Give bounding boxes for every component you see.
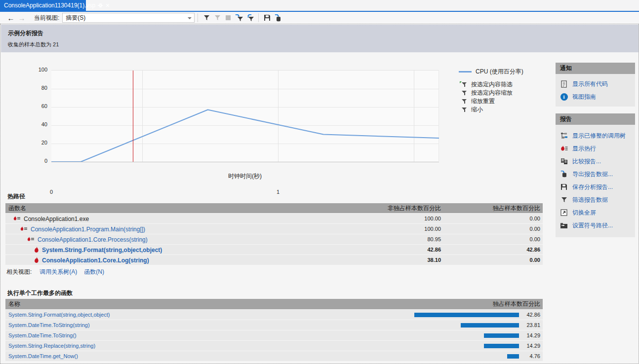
compare-documents-icon	[560, 157, 568, 165]
show-hot-lines-link[interactable]: 显示热行	[556, 142, 635, 155]
function-link[interactable]: System.DateTime.ToString(string)	[8, 320, 90, 330]
compare-reports-link[interactable]: 比较报告...	[556, 155, 635, 168]
summary-view: 示例分析报告 收集的样本总数为 21 100 80 60 40 20 0 0 1	[0, 24, 639, 364]
current-view-dropdown[interactable]: 摘要(S)	[62, 13, 195, 23]
y-tick-label: 20	[28, 140, 47, 146]
column-exclusive-percent[interactable]: 独占样本数百分比	[493, 203, 540, 213]
hot-path-table: ConsoleApplication1.exe 100.00 0.00 Cons…	[5, 214, 543, 265]
report-panel-header: 报告	[556, 113, 635, 125]
filter-report-data-link[interactable]: 筛选报告数据	[556, 193, 635, 206]
table-row[interactable]: ConsoleApplication1.Core.Log(string) 38.…	[5, 255, 543, 265]
table-row[interactable]: ConsoleApplication1.Program.Main(string[…	[5, 224, 543, 234]
table-row[interactable]: System.String.Format(string,object,objec…	[5, 310, 543, 320]
report-header-band: 示例分析报告 收集的样本总数为 21	[1, 25, 639, 52]
cpu-usage-chart[interactable]	[51, 70, 439, 161]
call-tree-icon	[560, 132, 568, 140]
save-icon	[560, 183, 568, 191]
table-row[interactable]: System.String.Replace(string,string) 14.…	[5, 341, 543, 351]
top-functions-table: System.String.Format(string,object,objec…	[5, 310, 543, 362]
percent-bar	[507, 354, 519, 359]
chart-legend: CPU (使用百分率)	[459, 68, 553, 75]
filter-by-selection[interactable]: 按选定内容筛选	[462, 80, 553, 88]
stop-button	[223, 13, 233, 23]
notifications-panel: 显示所有代码 i 视图指南	[556, 74, 635, 107]
hot-path-table-header: 函数名 非独占样本数百分比 独占样本数百分比	[5, 203, 543, 213]
cancel-filter-button[interactable]	[245, 13, 255, 23]
function-link[interactable]: ConsoleApplication1.Core.Process(string)	[38, 236, 148, 243]
x-axis-title: 时钟时间(秒)	[196, 172, 294, 181]
document-icon	[560, 80, 568, 88]
back-button[interactable]: ←	[6, 13, 16, 23]
column-function-name[interactable]: 函数名	[8, 203, 26, 213]
table-row[interactable]: System.DateTime.ToString() 14.29	[5, 330, 543, 341]
current-view-label: 当前视图:	[34, 14, 59, 22]
zoom-out[interactable]: 缩小	[462, 106, 553, 113]
related-views-label: 相关视图:	[6, 268, 32, 276]
toggle-full-screen-link[interactable]: 切换全屏	[556, 206, 635, 219]
call-tree-view-link[interactable]: 调用关系树(A)	[40, 268, 77, 276]
legend-line-swatch	[459, 71, 472, 73]
x-axis-line	[51, 162, 439, 162]
function-link[interactable]: System.String.Replace(string,string)	[8, 341, 95, 351]
pin-icon[interactable]	[97, 2, 103, 9]
percent-bar	[484, 333, 519, 338]
export-database-icon	[560, 170, 568, 178]
functions-view-link[interactable]: 函数(N)	[84, 268, 104, 276]
function-link[interactable]: System.String.Format(string,object,objec…	[8, 310, 110, 320]
related-views: 相关视图: 调用关系树(A) 函数(N)	[6, 268, 111, 276]
report-title: 示例分析报告	[8, 29, 43, 37]
function-link[interactable]: ConsoleApplication1.Program.Main(string[…	[31, 226, 145, 233]
document-tab-title: ConsoleApplication1130419(1).vsp	[4, 2, 95, 9]
table-row[interactable]: System.DateTime.ToString(string) 23.81	[5, 320, 543, 330]
toolbar-separator	[198, 13, 198, 22]
table-row[interactable]: System.String.Format(string,object,objec…	[5, 245, 543, 255]
chart-action-list: 按选定内容筛选 按选定内容缩放 缩放重置 缩小	[462, 80, 553, 114]
hot-path-flame-icon	[27, 237, 35, 242]
selection-arrow-icon	[460, 81, 462, 83]
column-name[interactable]: 名称	[8, 299, 20, 309]
set-symbol-path-link[interactable]: 设置符号路径...	[556, 219, 635, 232]
reset-zoom[interactable]: 缩放重置	[462, 97, 553, 105]
chevron-down-icon	[188, 17, 192, 19]
filter-button[interactable]	[201, 13, 211, 23]
zoom-by-selection[interactable]: 按选定内容缩放	[462, 89, 553, 97]
table-row[interactable]: ConsoleApplication1.exe 100.00 0.00	[5, 214, 543, 224]
column-inclusive-percent[interactable]: 非独占样本数百分比	[388, 203, 441, 213]
show-all-code-link[interactable]: 显示所有代码	[556, 77, 635, 90]
close-icon[interactable]: ✕	[105, 2, 110, 9]
top-functions-title: 执行单个工作最多的函数	[7, 289, 73, 297]
legend-series-label: CPU (使用百分率)	[476, 68, 523, 76]
export-report-data-link[interactable]: 导出报告数据...	[556, 168, 635, 181]
zoom-out-icon	[462, 107, 467, 112]
column-exclusive-percent[interactable]: 独占样本数百分比	[493, 299, 540, 309]
hot-path-title: 热路径	[7, 192, 25, 201]
report-panel: 显示已修整的调用树 显示热行 比较报告... 导出报告数据...	[556, 125, 635, 237]
execute-filter-button[interactable]	[234, 13, 244, 23]
document-tab-strip: ConsoleApplication1130419(1).vsp ✕	[0, 0, 639, 11]
percent-bar	[484, 344, 519, 348]
document-tab[interactable]: ConsoleApplication1130419(1).vsp ✕	[0, 0, 86, 11]
function-link[interactable]: ConsoleApplication1.Core.Log(string)	[42, 257, 149, 264]
forward-button[interactable]: →	[17, 13, 27, 23]
table-row[interactable]: ConsoleApplication1.Core.Process(string)…	[5, 234, 543, 245]
export-data-button[interactable]	[273, 13, 283, 23]
x-tick-label: 1	[273, 189, 283, 195]
current-view-value: 摘要(S)	[66, 14, 85, 22]
view-guidance-link[interactable]: i 视图指南	[556, 90, 635, 103]
reset-zoom-icon	[462, 99, 467, 104]
zoom-icon	[462, 90, 467, 96]
flame-icon	[34, 257, 40, 263]
function-link[interactable]: System.String.Format(string,object,objec…	[42, 247, 162, 254]
percent-bar	[461, 323, 519, 328]
x-tick-label: 0	[46, 189, 56, 195]
function-link[interactable]: System.DateTime.ToString()	[8, 330, 77, 341]
save-report-button[interactable]	[262, 13, 272, 23]
samples-collected-text: 收集的样本总数为 21	[8, 41, 59, 48]
table-row[interactable]: System.DateTime.get_Now() 4.76	[5, 351, 543, 362]
percent-bar	[414, 313, 519, 317]
toolbar-separator	[258, 13, 259, 22]
show-trimmed-call-tree-link[interactable]: 显示已修整的调用树	[556, 129, 635, 142]
function-link[interactable]: System.DateTime.get_Now()	[8, 351, 78, 362]
full-screen-icon	[560, 209, 568, 217]
save-analyzed-report-link[interactable]: 保存分析报告...	[556, 181, 635, 193]
